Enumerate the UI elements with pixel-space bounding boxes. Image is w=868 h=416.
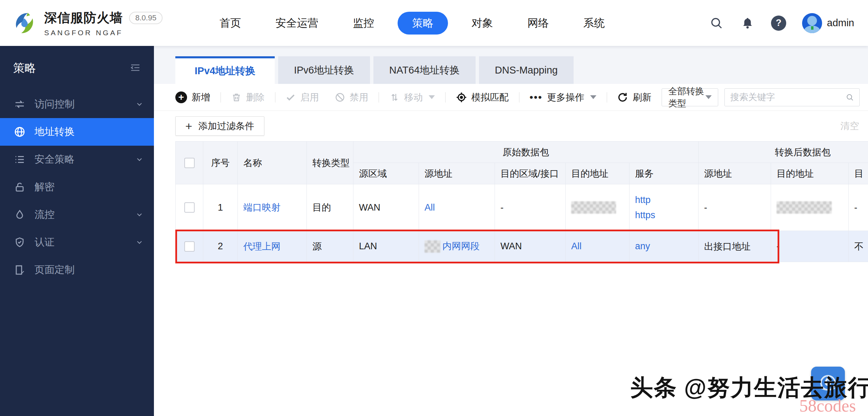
- chevron-down-icon: [135, 100, 144, 108]
- sidebar-item-security-policy[interactable]: 安全策略: [0, 146, 154, 173]
- col-seq: 序号: [203, 142, 238, 184]
- cell-type: 目的: [307, 184, 353, 231]
- logo: 深信服防火墙 8.0.95 SANGFOR NGAF: [12, 9, 163, 37]
- sidebar-item-nat[interactable]: 地址转换: [0, 118, 154, 146]
- redacted-post-dst-addr: [777, 201, 832, 214]
- clear-filter-link[interactable]: 清空: [840, 120, 859, 132]
- col-type: 转换类型: [307, 142, 353, 184]
- more-actions-button[interactable]: ••• 更多操作: [529, 91, 596, 104]
- main-content: IPv4地址转换 IPv6地址转换 NAT64地址转换 DNS-Mapping …: [154, 46, 868, 416]
- header-actions: ? admin: [709, 13, 854, 33]
- nat-rule-table: 序号 名称 转换类型 原始数据包 转换后数据包 源区域 源地址 目的区域/接口 …: [175, 141, 868, 262]
- nav-item-home[interactable]: 首页: [202, 12, 258, 35]
- sidebar-item-label: 安全策略: [35, 153, 75, 166]
- search-input[interactable]: [730, 92, 846, 103]
- sidebar-item-label: 页面定制: [35, 263, 75, 277]
- nav-item-policy[interactable]: 策略: [398, 12, 448, 35]
- col-post-src-addr: 源地址: [699, 163, 771, 184]
- move-icon: [389, 92, 400, 103]
- sidebar-item-decrypt[interactable]: 解密: [0, 173, 154, 201]
- sidebar: 策略 访问控制 地址转换: [0, 46, 154, 416]
- row-checkbox[interactable]: [184, 202, 195, 213]
- cell-src-addr-link[interactable]: 内网网段: [442, 241, 480, 251]
- trash-icon: [231, 92, 242, 103]
- sidebar-item-flow-control[interactable]: 流控: [0, 201, 154, 229]
- rule-name-link[interactable]: 端口映射: [243, 202, 281, 213]
- nav-item-system[interactable]: 系统: [566, 12, 622, 35]
- sidebar-collapse-icon[interactable]: [130, 62, 141, 75]
- cell-dst-addr-link[interactable]: All: [571, 241, 582, 251]
- redacted-dst-addr: [571, 201, 616, 214]
- decrypt-icon: [14, 181, 26, 193]
- caret-down-icon: [705, 95, 712, 99]
- enable-button[interactable]: 启用: [285, 91, 319, 104]
- sidebar-item-label: 认证: [35, 235, 55, 249]
- table-group-header-row: 序号 名称 转换类型 原始数据包 转换后数据包: [176, 142, 868, 163]
- tab-dns-mapping[interactable]: DNS-Mapping: [479, 56, 574, 84]
- cell-type: 源: [307, 231, 353, 262]
- col-dst-zone-if: 目的区域/接口: [495, 163, 566, 184]
- version-badge: 8.0.95: [129, 12, 163, 24]
- auth-icon: [14, 236, 26, 248]
- tab-ipv6-nat[interactable]: IPv6地址转换: [278, 56, 370, 84]
- delete-button[interactable]: 删除: [231, 91, 265, 104]
- cell-dst-zone-if: -: [495, 184, 566, 231]
- sidebar-menu: 访问控制 地址转换 安全策略: [0, 90, 154, 284]
- group-original-packet: 原始数据包: [353, 142, 699, 163]
- sidebar-title: 策略: [13, 60, 36, 76]
- search-icon[interactable]: [846, 92, 854, 103]
- plus-icon: +: [185, 121, 192, 131]
- add-button[interactable]: + 新增: [175, 91, 210, 104]
- service-link[interactable]: any: [635, 241, 650, 251]
- row-checkbox[interactable]: [184, 241, 195, 252]
- notification-bell-icon[interactable]: [740, 16, 755, 31]
- rule-name-link[interactable]: 代理上网: [243, 241, 281, 252]
- nav-item-security-ops[interactable]: 安全运营: [258, 12, 335, 35]
- product-name: 深信服防火墙: [44, 9, 123, 27]
- disable-button[interactable]: 禁用: [335, 91, 368, 104]
- col-post-dst-addr: 目的地址: [771, 163, 849, 184]
- cell-post-dst-port: -: [849, 184, 868, 231]
- nav-item-monitor[interactable]: 监控: [335, 12, 391, 35]
- col-name: 名称: [238, 142, 307, 184]
- sidebar-item-access-control[interactable]: 访问控制: [0, 90, 154, 118]
- nav-item-network[interactable]: 网络: [510, 12, 566, 35]
- top-navigation: 首页 安全运营 监控 策略 对象 网络 系统: [202, 12, 622, 35]
- tab-nat64[interactable]: NAT64地址转换: [373, 56, 476, 84]
- translation-type-select[interactable]: 全部转换类型: [662, 88, 718, 106]
- sidebar-item-auth[interactable]: 认证: [0, 229, 154, 256]
- group-translated-packet: 转换后数据包: [699, 142, 868, 163]
- user-menu[interactable]: admin: [802, 13, 854, 33]
- col-src-addr: 源地址: [419, 163, 495, 184]
- table-row-highlighted: 2 代理上网 源 LAN 内网网段 WAN All any 出接口地址 - 不: [176, 231, 868, 262]
- sidebar-item-label: 地址转换: [35, 125, 75, 139]
- cell-post-src-addr: -: [699, 184, 771, 231]
- move-button[interactable]: 移动: [389, 91, 435, 104]
- simulate-match-button[interactable]: 模拟匹配: [456, 91, 509, 104]
- col-service: 服务: [630, 163, 699, 184]
- filter-row: + 添加过滤条件 清空: [154, 111, 868, 141]
- service-link[interactable]: http: [635, 192, 693, 207]
- more-dots-icon: •••: [529, 94, 543, 101]
- brand-name: SANGFOR NGAF: [44, 29, 163, 37]
- sidebar-item-label: 流控: [35, 208, 55, 222]
- nav-item-objects[interactable]: 对象: [454, 12, 510, 35]
- refresh-button[interactable]: 刷新: [617, 91, 651, 104]
- flow-control-icon: [14, 209, 26, 221]
- sidebar-item-page-custom[interactable]: 页面定制: [0, 256, 154, 284]
- select-all-checkbox[interactable]: [184, 158, 195, 168]
- access-control-icon: [14, 98, 26, 110]
- add-filter-button[interactable]: + 添加过滤条件: [175, 116, 264, 136]
- toolbar: + 新增 删除 启用 禁用 移动: [154, 84, 868, 111]
- col-dst-addr: 目的地址: [566, 163, 630, 184]
- col-post-dst-port: 目: [849, 163, 868, 184]
- search-icon[interactable]: [709, 16, 724, 31]
- help-icon[interactable]: ?: [771, 16, 786, 31]
- cell-dst-zone-if: WAN: [495, 231, 566, 262]
- service-link[interactable]: https: [635, 207, 693, 223]
- tab-ipv4-nat[interactable]: IPv4地址转换: [175, 56, 275, 84]
- table-row: 1 端口映射 目的 WAN All - http https - -: [176, 184, 868, 231]
- cell-post-dst-addr: -: [771, 231, 849, 262]
- cell-src-addr-link[interactable]: All: [425, 202, 435, 213]
- cell-src-zone: WAN: [353, 184, 419, 231]
